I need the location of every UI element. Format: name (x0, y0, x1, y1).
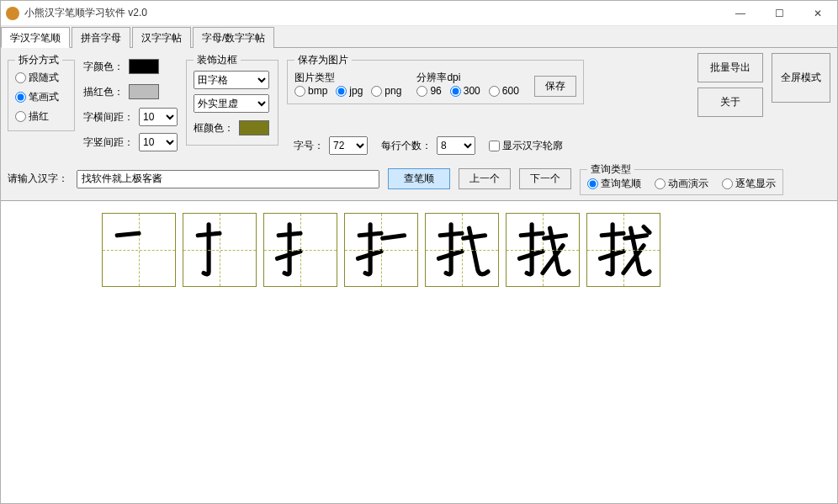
tab-hanzi-copybook[interactable]: 汉字字帖 (132, 27, 191, 48)
split-option-trace[interactable]: 描红 (15, 109, 67, 124)
tab-alphanum-copybook[interactable]: 字母/数字字帖 (193, 27, 274, 48)
split-option-stroke[interactable]: 笔画式 (15, 90, 67, 104)
imgtype-bmp[interactable]: bmp (294, 85, 327, 97)
font-size-select[interactable]: 72 (329, 136, 368, 155)
query-type-legend: 查询类型 (587, 162, 634, 177)
hspace-select[interactable]: 10 (139, 108, 178, 126)
split-mode-legend: 拆分方式 (15, 53, 62, 67)
query-button[interactable]: 查笔顺 (388, 168, 450, 189)
query-type-group: 查询类型 查询笔顺 动画演示 逐笔显示 (580, 162, 783, 195)
font-color-swatch[interactable] (129, 59, 159, 74)
about-button[interactable]: 关于 (697, 88, 763, 117)
imgtype-png[interactable]: png (371, 85, 401, 97)
trace-color-swatch[interactable] (129, 84, 159, 99)
font-settings: 字颜色： 描红色： 字横间距：10 字竖间距：10 (83, 53, 178, 152)
vspace-select[interactable]: 10 (139, 133, 178, 151)
app-window: 小熊汉字笔顺学习软件 v2.0 — ☐ ✕ 学汉字笔顺 拼音字母 汉字字帖 字母… (0, 0, 838, 504)
tab-pinyin[interactable]: 拼音字母 (72, 27, 130, 48)
input-label: 请输入汉字： (8, 172, 68, 186)
next-button[interactable]: 下一个 (519, 168, 571, 189)
stroke-cell (344, 213, 418, 287)
stroke-cell (586, 213, 660, 287)
query-type-anim[interactable]: 动画演示 (655, 177, 708, 191)
stroke-canvas (1, 201, 837, 503)
frame-group: 装饰边框 田字格 外实里虚 框颜色： (186, 53, 278, 146)
tab-stroke-order[interactable]: 学汉字笔顺 (1, 27, 70, 48)
minimize-button[interactable]: — (721, 1, 760, 26)
close-button[interactable]: ✕ (798, 1, 837, 26)
app-icon (6, 7, 19, 20)
hanzi-input[interactable] (77, 170, 379, 188)
frame-legend: 装饰边框 (194, 53, 241, 67)
stroke-cell (425, 213, 499, 287)
fullscreen-button[interactable]: 全屏模式 (772, 53, 830, 103)
frame-color-swatch[interactable] (239, 120, 269, 135)
tab-bar: 学汉字笔顺 拼音字母 汉字字帖 字母/数字字帖 (1, 26, 837, 48)
save-legend: 保存为图片 (294, 53, 352, 67)
dpi-label: 分辨率dpi (416, 71, 518, 85)
show-outline-checkbox[interactable]: 显示汉字轮廓 (489, 139, 563, 153)
save-group: 保存为图片 图片类型 bmp jpg png 分辨率dpi 96 (287, 53, 584, 104)
per-line-select[interactable]: 8 (437, 136, 475, 155)
split-option-follow[interactable]: 跟随式 (15, 71, 67, 85)
window-controls: — ☐ ✕ (721, 1, 837, 26)
stroke-cell (183, 213, 257, 287)
right-buttons: 批量导出 关于 (697, 53, 763, 117)
frame-color-label: 框颜色： (194, 121, 234, 135)
frame-style-select[interactable]: 田字格 (194, 71, 269, 89)
prev-button[interactable]: 上一个 (459, 168, 511, 189)
stroke-cell (263, 213, 337, 287)
frame-line-select[interactable]: 外实里虚 (194, 94, 269, 113)
stroke-row (102, 213, 837, 287)
dpi-300[interactable]: 300 (450, 85, 480, 97)
per-line-label: 每行个数： (381, 139, 432, 153)
maximize-button[interactable]: ☐ (760, 1, 798, 26)
save-button[interactable]: 保存 (534, 76, 576, 97)
titlebar: 小熊汉字笔顺学习软件 v2.0 — ☐ ✕ (1, 1, 837, 26)
window-title: 小熊汉字笔顺学习软件 v2.0 (24, 6, 721, 20)
dpi-96[interactable]: 96 (416, 85, 441, 97)
batch-export-button[interactable]: 批量导出 (697, 53, 763, 82)
imgtype-jpg[interactable]: jpg (336, 85, 363, 97)
stroke-cell (506, 213, 580, 287)
hspace-label: 字横间距： (83, 110, 134, 125)
font-color-label: 字颜色： (83, 60, 124, 74)
options-panel: 拆分方式 跟随式 笔画式 描红 字颜色： 描红色： 字横间距：10 字竖间距：1… (1, 48, 837, 201)
query-type-order[interactable]: 查询笔顺 (587, 177, 641, 191)
query-type-step[interactable]: 逐笔显示 (722, 177, 776, 191)
trace-color-label: 描红色： (83, 85, 124, 99)
dpi-600[interactable]: 600 (489, 85, 519, 97)
stroke-cell (102, 213, 176, 287)
font-size-label: 字号： (294, 139, 324, 153)
imgtype-label: 图片类型 (294, 71, 401, 85)
vspace-label: 字竖间距： (83, 135, 134, 150)
split-mode-group: 拆分方式 跟随式 笔画式 描红 (8, 53, 75, 131)
